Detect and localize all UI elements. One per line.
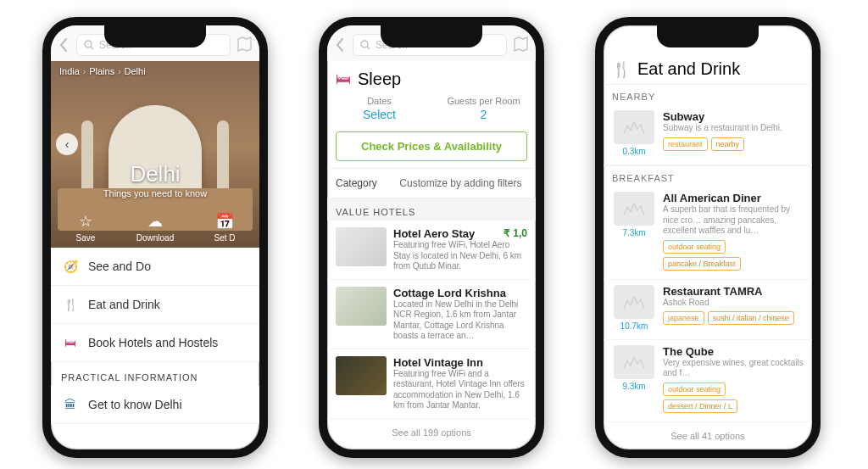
hero-action-label: Set D bbox=[214, 233, 235, 243]
menu-item-get-to-know[interactable]: 🏛Get to know Delhi bbox=[51, 386, 259, 424]
set-date-icon: 📅 bbox=[215, 212, 234, 231]
group-header: BREAKFAST bbox=[604, 165, 812, 187]
phone-sleep: Search 🛏 Sleep Dates Select Guests per R… bbox=[319, 17, 544, 458]
poi-tag[interactable]: nearby bbox=[711, 137, 745, 151]
hero-prev-button[interactable]: ‹ bbox=[56, 133, 78, 155]
poi-tags: japanesesushi / italian / chinese bbox=[663, 311, 804, 325]
hero-image: ‹ Delhi Things you need to know ☆Save☁Do… bbox=[51, 61, 259, 248]
guests-label: Guests per Room bbox=[431, 96, 536, 106]
menu-item-label: See and Do bbox=[88, 260, 151, 273]
breadcrumb-item[interactable]: Delhi bbox=[125, 66, 146, 76]
menu-item-eat-drink[interactable]: 🍴Eat and Drink bbox=[51, 286, 259, 324]
device-notch bbox=[104, 25, 206, 47]
poi-row[interactable]: 9.3kmThe QubeVery expensive wines, great… bbox=[604, 340, 812, 422]
poi-tag[interactable]: pancake / Breakfast bbox=[663, 257, 741, 271]
tab-category[interactable]: Category bbox=[327, 169, 386, 198]
hotel-row[interactable]: Hotel Vintage InnFeaturing free WiFi and… bbox=[327, 349, 536, 419]
hero-action-save[interactable]: ☆Save bbox=[51, 212, 120, 243]
see-all-eat-link[interactable]: See all 41 options bbox=[604, 422, 812, 449]
poi-tag[interactable]: sushi / italian / chinese bbox=[708, 311, 795, 325]
hotel-row[interactable]: Cottage Lord KrishnaLocated in New Delhi… bbox=[327, 280, 536, 349]
poi-description: A superb bar that is frequented by nice … bbox=[663, 204, 804, 237]
poi-tag[interactable]: outdoor seating bbox=[663, 240, 726, 254]
poi-distance: 10.7km bbox=[620, 321, 648, 331]
section-header-value-hotels: VALUE HOTELS bbox=[327, 198, 536, 221]
poi-description: Very expensive wines, great cocktails an… bbox=[663, 358, 804, 379]
menu-item-label: Get to know Delhi bbox=[88, 398, 182, 411]
chevron-right-icon: › bbox=[83, 67, 86, 76]
menu-item-book[interactable]: 🛏Book Hotels and Hostels bbox=[51, 324, 259, 362]
menu-item-label: Eat and Drink bbox=[88, 298, 160, 311]
poi-tag[interactable]: outdoor seating bbox=[663, 382, 726, 396]
poi-row[interactable]: 0.3kmSubwaySubway is a restaurant in Del… bbox=[604, 105, 812, 165]
bed-icon: 🛏 bbox=[336, 70, 351, 88]
get-to-know-icon: 🏛 bbox=[63, 398, 78, 411]
hotel-name: Hotel Aero Stay bbox=[393, 227, 475, 240]
map-icon[interactable] bbox=[512, 36, 531, 54]
hotel-description: Featuring free WiFi, Hotel Aero Stay is … bbox=[393, 240, 527, 272]
hotel-name: Hotel Vintage Inn bbox=[393, 356, 483, 369]
tab-customize-filters[interactable]: Customize by adding filters bbox=[386, 169, 536, 198]
phone-eat-drink: 🍴 Eat and Drink NEARBY0.3kmSubwaySubway … bbox=[595, 17, 821, 458]
back-button[interactable] bbox=[332, 35, 348, 55]
download-icon: ☁ bbox=[147, 212, 163, 231]
chevron-right-icon: › bbox=[118, 67, 120, 76]
hotel-list: Hotel Aero Stay₹ 1,0Featuring free WiFi,… bbox=[327, 221, 536, 419]
poi-description: Subway is a restaurant in Delhi. bbox=[663, 123, 804, 134]
book-icon: 🛏 bbox=[63, 336, 78, 349]
poi-tag[interactable]: restaurant bbox=[663, 137, 708, 151]
dates-selector[interactable]: Dates Select bbox=[327, 96, 431, 121]
hotel-row[interactable]: Hotel Aero Stay₹ 1,0Featuring free WiFi,… bbox=[327, 221, 536, 280]
map-icon[interactable] bbox=[236, 36, 254, 54]
hotel-description: Featuring free WiFi and a restaurant, Ho… bbox=[393, 369, 527, 411]
eat-drink-icon: 🍴 bbox=[63, 298, 78, 311]
hotel-description: Located in New Delhi in the Delhi NCR Re… bbox=[393, 299, 527, 342]
group-header: NEARBY bbox=[604, 84, 812, 105]
guests-selector[interactable]: Guests per Room 2 bbox=[431, 96, 536, 121]
back-button[interactable] bbox=[56, 35, 71, 55]
poi-row[interactable]: 10.7kmRestaurant TAMRAAshok Roadjapanese… bbox=[604, 280, 812, 340]
menu-item-label: Book Hotels and Hostels bbox=[88, 336, 218, 349]
save-icon: ☆ bbox=[79, 212, 92, 231]
fork-knife-icon: 🍴 bbox=[612, 60, 631, 79]
hotel-thumbnail bbox=[336, 227, 387, 266]
hero-subtitle: Things you need to know bbox=[51, 188, 259, 198]
section-header-practical: PRACTICAL INFORMATION bbox=[51, 362, 259, 386]
hero-actions: ☆Save☁Download📅Set D bbox=[51, 212, 259, 243]
hero-action-label: Save bbox=[76, 233, 96, 243]
poi-tag[interactable]: japanese bbox=[663, 311, 704, 325]
see-all-hotels-link[interactable]: See all 199 options bbox=[327, 419, 536, 446]
hero-title: Delhi bbox=[51, 161, 259, 187]
poi-row[interactable]: 7.3kmAll American DinerA superb bar that… bbox=[604, 187, 812, 280]
poi-tags: outdoor seatingpancake / Breakfast bbox=[663, 240, 804, 271]
breadcrumb-item[interactable]: India bbox=[59, 66, 80, 76]
poi-tags: restaurantnearby bbox=[663, 137, 804, 151]
poi-name: Restaurant TAMRA bbox=[663, 285, 804, 298]
filter-tabs: Category Customize by adding filters bbox=[327, 168, 536, 198]
dates-value: Select bbox=[327, 108, 431, 121]
poi-placeholder-icon bbox=[614, 285, 654, 319]
svg-line-3 bbox=[367, 47, 370, 49]
poi-name: All American Diner bbox=[663, 192, 804, 204]
page-title: Sleep bbox=[358, 70, 401, 89]
guests-value: 2 bbox=[431, 108, 536, 121]
poi-tag[interactable]: dessert / Dinner / L bbox=[663, 399, 737, 413]
poi-placeholder-icon bbox=[614, 192, 654, 226]
practical-menu: 🏛Get to know Delhi bbox=[51, 386, 259, 424]
svg-point-2 bbox=[361, 41, 368, 47]
menu-item-see-and-do[interactable]: 🧭See and Do bbox=[51, 248, 259, 286]
breadcrumb-item[interactable]: Plains bbox=[89, 66, 114, 76]
hero-action-set-date[interactable]: 📅Set D bbox=[190, 212, 259, 243]
phone-delhi: Search ‹ Delhi Things you need to know ☆… bbox=[42, 17, 268, 458]
poi-tags: outdoor seatingdessert / Dinner / L bbox=[663, 382, 804, 413]
hotel-thumbnail bbox=[336, 287, 387, 326]
see-and-do-icon: 🧭 bbox=[63, 260, 78, 273]
hero-action-download[interactable]: ☁Download bbox=[120, 212, 190, 243]
check-prices-button[interactable]: Check Prices & Availability bbox=[336, 131, 527, 161]
dates-label: Dates bbox=[327, 96, 431, 106]
poi-description: Ashok Road bbox=[663, 298, 804, 309]
search-icon bbox=[360, 40, 370, 50]
hotel-name: Cottage Lord Krishna bbox=[393, 287, 506, 299]
breadcrumb[interactable]: India›Plains›Delhi bbox=[59, 66, 146, 76]
poi-groups: NEARBY0.3kmSubwaySubway is a restaurant … bbox=[604, 84, 812, 422]
